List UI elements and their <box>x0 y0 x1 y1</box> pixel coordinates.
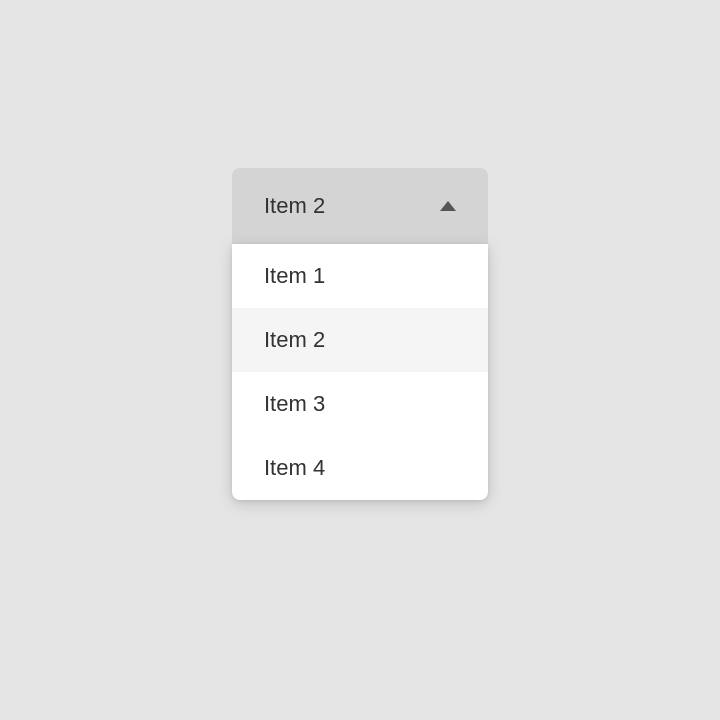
dropdown-item-label: Item 2 <box>264 327 325 353</box>
dropdown-item-label: Item 4 <box>264 455 325 481</box>
dropdown-trigger[interactable]: Item 2 <box>232 168 488 244</box>
dropdown-item-4[interactable]: Item 4 <box>232 436 488 500</box>
dropdown-list: Item 1 Item 2 Item 3 Item 4 <box>232 244 488 500</box>
chevron-up-icon <box>440 201 456 211</box>
dropdown-item-1[interactable]: Item 1 <box>232 244 488 308</box>
dropdown-selected-label: Item 2 <box>264 193 325 219</box>
dropdown: Item 2 Item 1 Item 2 Item 3 Item 4 <box>232 168 488 500</box>
dropdown-item-3[interactable]: Item 3 <box>232 372 488 436</box>
dropdown-item-2[interactable]: Item 2 <box>232 308 488 372</box>
dropdown-item-label: Item 1 <box>264 263 325 289</box>
dropdown-item-label: Item 3 <box>264 391 325 417</box>
